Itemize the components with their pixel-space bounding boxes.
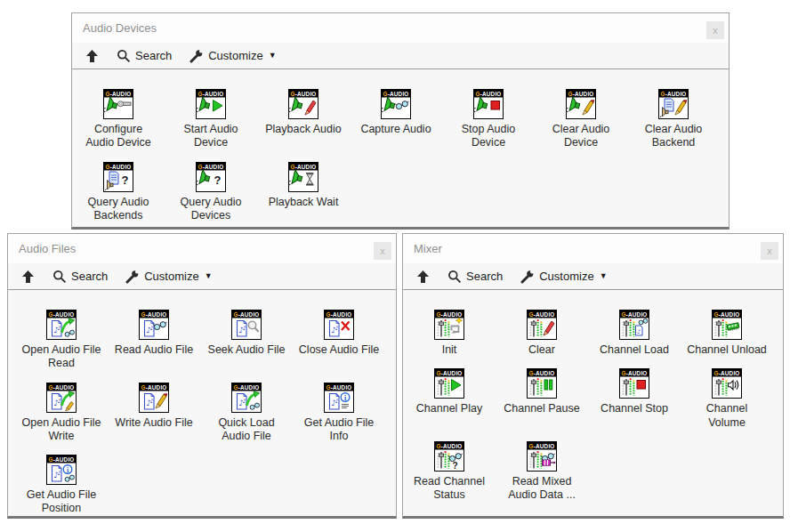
palette-item-write-audio-file[interactable]: G-AUDIO♪♪Write Audio File	[108, 383, 200, 444]
svg-text:G-AUDIO: G-AUDIO	[290, 91, 316, 97]
customize-button[interactable]: Customize ▼	[189, 49, 276, 63]
stop-audio-device-icon[interactable]: G-AUDIO	[473, 89, 504, 119]
svg-text:G-AUDIO: G-AUDIO	[326, 383, 351, 390]
close-button[interactable]: x	[374, 242, 391, 260]
channel-pause-icon[interactable]: G-AUDIO	[527, 368, 557, 399]
svg-text:G-AUDIO: G-AUDIO	[105, 91, 131, 97]
capture-audio-icon[interactable]: G-AUDIO	[381, 89, 411, 119]
open-audio-file-write-icon[interactable]: G-AUDIO♪♪	[46, 383, 77, 413]
palette-item-capture-audio[interactable]: G-AUDIOCapture Audio	[350, 89, 442, 150]
window-title: Mixer	[414, 242, 442, 255]
item-label: ConfigureAudio Device	[85, 123, 151, 150]
configure-audio-device-icon[interactable]: G-AUDIO	[103, 89, 133, 119]
item-label: Channel Unload	[687, 343, 767, 357]
palette-item-playback-wait[interactable]: G-AUDIOPlayback Wait	[257, 162, 350, 223]
palette-item-get-audio-file-position[interactable]: G-AUDIO♪♪iGet Audio FilePosition	[15, 455, 108, 516]
palette-item-channel-stop[interactable]: G-AUDIOChannel Stop	[588, 368, 681, 430]
query-audio-backends-icon[interactable]: G-AUDIO?	[103, 162, 133, 192]
palette-item-read-channel-status[interactable]: G-AUDIO?Read ChannelStatus	[403, 441, 496, 503]
up-button[interactable]	[85, 49, 99, 63]
palette-item-seek-audio-file[interactable]: G-AUDIO♪♪Seek Audio File	[200, 310, 293, 371]
item-label: Open Audio FileRead	[22, 343, 101, 371]
item-label: Channel Pause	[504, 402, 579, 415]
svg-text:♪: ♪	[242, 325, 246, 332]
search-button[interactable]: Search	[117, 49, 172, 63]
svg-text:♪: ♪	[242, 398, 246, 405]
palette-item-stop-audio-device[interactable]: G-AUDIOStop AudioDevice	[442, 89, 535, 150]
write-audio-file-icon[interactable]: G-AUDIO♪♪	[139, 383, 169, 413]
palette-item-clear-audio-device[interactable]: G-AUDIOClear AudioDevice	[535, 89, 627, 150]
window-title: Audio Devices	[83, 21, 157, 35]
palette-item-open-audio-file-write[interactable]: G-AUDIO♪♪Open Audio FileWrite	[15, 383, 108, 444]
palette-item-quick-load-audio-file[interactable]: G-AUDIO♪♪Quick LoadAudio File	[200, 383, 293, 444]
palette-item-open-audio-file-read[interactable]: G-AUDIO♪♪Open Audio FileRead	[15, 310, 108, 371]
clear-audio-backend-icon[interactable]: G-AUDIO	[658, 89, 689, 119]
channel-load-icon[interactable]: G-AUDIO♪	[619, 310, 649, 340]
svg-text:G-AUDIO: G-AUDIO	[48, 383, 74, 390]
customize-button[interactable]: Customize ▼	[125, 270, 212, 284]
palette-item-channel-volume[interactable]: G-AUDIOChannelVolume	[681, 368, 773, 430]
item-label: Query AudioBackends	[88, 196, 149, 223]
palette-item-channel-play[interactable]: G-AUDIOChannel Play	[403, 368, 496, 430]
svg-text:G-AUDIO: G-AUDIO	[105, 163, 131, 169]
customize-button[interactable]: Customize ▼	[520, 270, 607, 284]
get-audio-file-position-icon[interactable]: G-AUDIO♪♪i	[46, 455, 77, 485]
titlebar[interactable]: Audio Files x	[8, 234, 396, 263]
palette-item-close-audio-file[interactable]: G-AUDIO♪♪Close Audio File	[293, 310, 385, 371]
palette-item-read-audio-file[interactable]: G-AUDIO♪♪Read Audio File	[108, 310, 200, 371]
palette-item-clear-audio-backend[interactable]: G-AUDIOClear AudioBackend	[627, 89, 720, 150]
clear-icon[interactable]: G-AUDIO	[527, 310, 557, 340]
palette-item-configure-audio-device[interactable]: G-AUDIOConfigureAudio Device	[72, 89, 165, 150]
palette-item-channel-pause[interactable]: G-AUDIOChannel Pause	[496, 368, 588, 430]
read-channel-status-icon[interactable]: G-AUDIO?	[434, 441, 464, 472]
toolbar: Search Customize ▼	[403, 263, 783, 290]
up-button[interactable]	[416, 270, 430, 284]
item-label: Get Audio FileInfo	[304, 416, 375, 444]
palette-item-query-audio-devices[interactable]: G-AUDIO?Query AudioDevices	[165, 162, 257, 223]
playback-wait-icon[interactable]: G-AUDIO	[288, 162, 318, 192]
svg-text:G-AUDIO: G-AUDIO	[383, 91, 408, 97]
search-button[interactable]: Search	[447, 270, 503, 284]
titlebar[interactable]: Mixer x	[403, 234, 783, 263]
search-button[interactable]: Search	[52, 270, 108, 284]
up-button[interactable]	[21, 270, 35, 284]
svg-text:G-AUDIO: G-AUDIO	[233, 383, 259, 390]
read-mixed-audio-data-icon[interactable]: G-AUDIO	[527, 441, 557, 472]
channel-play-icon[interactable]: G-AUDIO	[434, 368, 464, 399]
quick-load-audio-file-icon[interactable]: G-AUDIO♪♪	[231, 383, 262, 413]
seek-audio-file-icon[interactable]: G-AUDIO♪♪	[231, 310, 262, 340]
start-audio-device-icon[interactable]: G-AUDIO	[196, 89, 226, 119]
svg-text:G-AUDIO: G-AUDIO	[436, 311, 462, 318]
playback-audio-icon[interactable]: G-AUDIO	[288, 89, 318, 119]
palette-item-query-audio-backends[interactable]: G-AUDIO?Query AudioBackends	[72, 162, 165, 223]
close-button[interactable]: x	[706, 21, 724, 39]
read-audio-file-icon[interactable]: G-AUDIO♪♪	[139, 310, 169, 340]
palette-item-init[interactable]: G-AUDIOInit	[403, 310, 496, 357]
palette-item-channel-load[interactable]: G-AUDIO♪Channel Load	[588, 310, 681, 357]
palette-item-start-audio-device[interactable]: G-AUDIOStart AudioDevice	[165, 89, 257, 150]
channel-unload-icon[interactable]: G-AUDIO	[712, 310, 742, 340]
close-button[interactable]: x	[761, 242, 778, 260]
open-audio-file-read-icon[interactable]: G-AUDIO♪♪	[46, 310, 77, 340]
search-icon	[117, 49, 131, 63]
get-audio-file-info-icon[interactable]: G-AUDIO♪♪i	[324, 383, 354, 413]
clear-audio-device-icon[interactable]: G-AUDIO	[566, 89, 596, 119]
palette-content: G-AUDIO♪♪Open Audio FileReadG-AUDIO♪♪Rea…	[8, 290, 396, 528]
palette-item-read-mixed-audio-data[interactable]: G-AUDIORead MixedAudio Data ...	[496, 441, 588, 503]
palette-item-clear[interactable]: G-AUDIOClear	[496, 310, 588, 357]
channel-stop-icon[interactable]: G-AUDIO	[619, 368, 649, 399]
channel-volume-icon[interactable]: G-AUDIO	[712, 368, 742, 399]
item-label: Close Audio File	[299, 343, 379, 357]
palette-item-get-audio-file-info[interactable]: G-AUDIO♪♪iGet Audio FileInfo	[293, 383, 385, 444]
titlebar[interactable]: Audio Devices x	[72, 13, 729, 43]
item-label: Playback Wait	[269, 196, 339, 209]
item-label: Capture Audio	[360, 123, 431, 136]
palette-item-playback-audio[interactable]: G-AUDIOPlayback Audio	[257, 89, 350, 150]
svg-text:♪: ♪	[57, 398, 60, 405]
palette-item-channel-unload[interactable]: G-AUDIOChannel Unload	[681, 310, 773, 357]
search-label: Search	[466, 270, 503, 283]
item-label: Read Audio File	[115, 343, 193, 357]
init-icon[interactable]: G-AUDIO	[434, 310, 464, 340]
close-audio-file-icon[interactable]: G-AUDIO♪♪	[324, 310, 354, 340]
query-audio-devices-icon[interactable]: G-AUDIO?	[196, 162, 226, 192]
